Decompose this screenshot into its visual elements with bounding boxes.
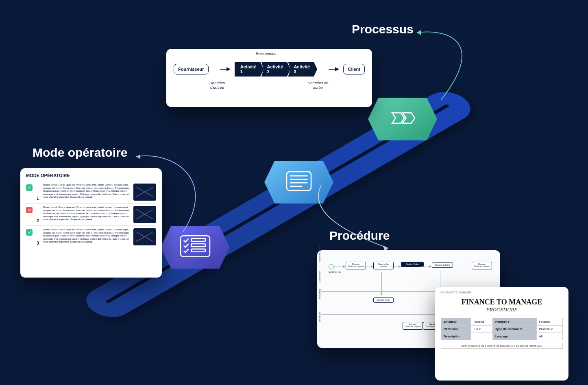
fin-key: Type de Document: [493, 326, 537, 333]
mode-card: MODE OPÉRATOIRE ✓1Donec in nisl. Fusce v…: [20, 168, 162, 278]
svg-marker-10: [136, 154, 140, 159]
lane-label-2: Accounting: [318, 289, 321, 299]
chip-activite-1: Activité 1: [235, 62, 264, 77]
title-processus: Processus: [352, 22, 414, 36]
finance-row: RéférenceS 6.2Type de DocumentProcédure: [441, 326, 563, 333]
check-icon: ✓: [26, 229, 33, 236]
check-icon: ✓: [26, 184, 33, 191]
mode-row: ✓3Donec in nisl. Fusce vitae est. Vivamu…: [26, 226, 156, 248]
start-event-icon: [329, 264, 334, 269]
fin-val: Finance: [536, 318, 562, 326]
processus-card: Ressources Fournisseur Activité 1 Activi…: [166, 49, 372, 107]
fin-val: All: [536, 333, 562, 340]
lane-label-0: Customer Advisor: [318, 246, 321, 262]
image-placeholder-icon: [133, 184, 156, 201]
svg-rect-4: [287, 171, 311, 190]
chip-activite-2: Activité 2: [261, 62, 291, 77]
svg-marker-9: [417, 30, 421, 35]
image-placeholder-icon: [133, 228, 156, 245]
fin-val: S 6.2: [471, 326, 493, 333]
label-sortie: Données de sortie: [304, 81, 332, 90]
mode-row: ✕2Donec in nisl. Fusce vitae est. Vivamu…: [26, 203, 156, 226]
node-n5: Receive Customer request: [472, 262, 492, 269]
process-chevrons-icon: [387, 106, 418, 130]
fin-val: Procédure: [536, 326, 562, 333]
finance-small-head: FINANCE TO MANAGE: [441, 291, 563, 294]
row-number: 1: [36, 196, 40, 201]
row-text: Donec in nisl. Fusce vitae est. Vivamus …: [43, 184, 130, 199]
fin-key: Description: [441, 333, 471, 340]
chip-client: Client: [343, 64, 365, 74]
finance-row: EmetteurFinancePérimètreFinance: [441, 318, 563, 326]
arrow-icon: [226, 67, 231, 71]
activities-chevrons: Activité 1 Activité 2 Activité 3: [235, 62, 317, 77]
node-m1: Maintain Order: [373, 298, 394, 303]
mode-row: ✓1Donec in nisl. Fusce vitae est. Vivamu…: [26, 181, 156, 203]
node-n4: Request delivery: [432, 262, 453, 268]
node-n2: Enter in the system: [373, 262, 394, 269]
fin-key: Périmètre: [493, 318, 537, 326]
mode-card-title: MODE OPÉRATOIRE: [26, 173, 156, 178]
finance-row: DescriptionLangageAll: [441, 333, 563, 340]
cross-icon: ✕: [26, 207, 33, 213]
svg-rect-3: [192, 249, 205, 252]
fin-key: Référence: [441, 326, 471, 333]
finance-title: FINANCE TO MANAGE: [441, 298, 563, 306]
node-w1: Receive Customer request: [403, 322, 423, 330]
finance-doc-card: FINANCE TO MANAGE FINANCE TO MANAGE PROC…: [435, 287, 568, 381]
image-placeholder-icon: [133, 206, 156, 223]
row-text: Donec in nisl. Fusce vitae est. Vivamus …: [43, 206, 130, 221]
label-ressources: Ressources: [256, 51, 276, 56]
chip-fournisseur: Fournisseur: [174, 64, 209, 74]
document-lines-icon: [283, 169, 315, 193]
row-text: Donec in nisl. Fusce vitae est. Vivamus …: [43, 228, 130, 244]
connector-processus: [417, 31, 506, 108]
row-number: 2: [36, 219, 40, 223]
lane-label-1: Supply chain: [318, 271, 321, 283]
finance-footer: Cette procédure vis à décrire les activi…: [441, 343, 563, 349]
fin-key: Langage: [493, 333, 537, 340]
lane-label-3: Warehouse: [318, 311, 321, 322]
fin-val: Finance: [471, 318, 493, 326]
chip-activite-3: Activité 3: [288, 62, 317, 77]
start-label: Customer CSI: [329, 271, 341, 273]
diagram-canvas: Processus Mode opératoire Procédure Ress…: [0, 0, 588, 385]
connector-procedure: [317, 185, 407, 258]
finance-meta-table: EmetteurFinancePérimètreFinanceRéférence…: [441, 318, 563, 340]
node-n1: Receive Customer request: [346, 262, 366, 269]
label-entree: Données d'entrée: [203, 81, 231, 90]
arrow-icon: [335, 67, 339, 71]
row-number: 3: [36, 241, 40, 245]
finance-subtitle: PROCEDURE: [441, 306, 563, 313]
fin-val: [471, 333, 493, 340]
title-mode: Mode opératoire: [33, 146, 127, 160]
fin-key: Emetteur: [441, 318, 471, 326]
